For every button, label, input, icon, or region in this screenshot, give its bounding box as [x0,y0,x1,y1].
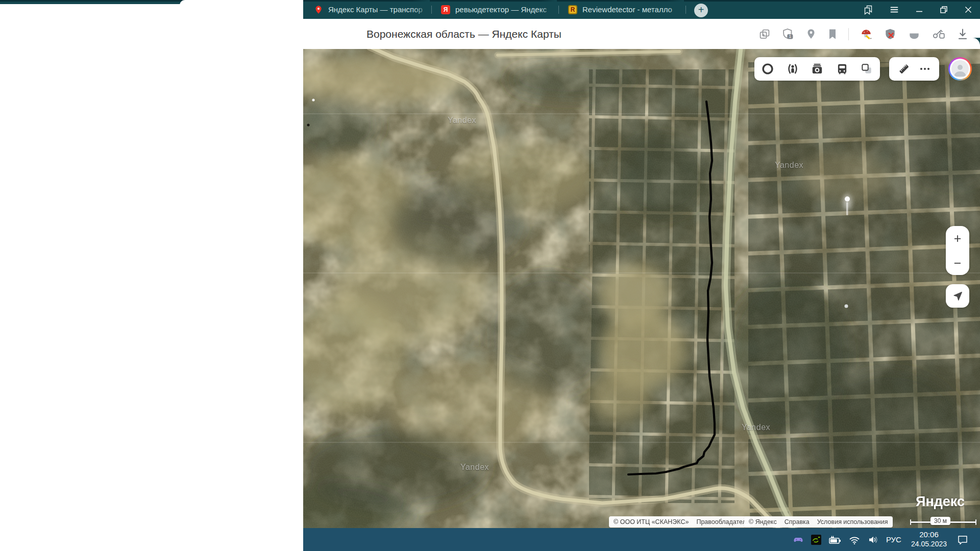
foreground-white-window-top[interactable] [180,0,303,551]
rights-holders-link[interactable]: Правообладатели [696,518,750,525]
minimize-button[interactable] [915,5,924,14]
yandex-copyright-text: © Яндекс [749,518,777,525]
extension-halfshield-icon[interactable] [908,28,921,41]
zoom-in-button[interactable]: + [946,226,969,251]
transport-bus-icon[interactable] [836,62,849,76]
map-canvas[interactable]: Yandex Yandex Yandex Yandex + − [303,49,980,528]
tab-separator [431,6,432,14]
new-tab-button[interactable]: + [694,4,708,17]
extension-shield-block-icon[interactable] [884,28,897,41]
yandex-logo[interactable]: Яндекс [916,494,965,510]
terms-link[interactable]: Условия использования [817,518,888,525]
panorama-layer-icon[interactable] [761,62,774,76]
page-title[interactable]: Воронежская область — Яндекс Карты [366,19,561,49]
address-bar-icons: 1 [758,19,969,49]
scale-value: 30 м [930,517,950,525]
yandex-watermark: Yandex [448,116,476,125]
extension-mushroom-icon[interactable] [860,28,873,41]
my-maps-layers-icon[interactable] [860,62,873,76]
bookmark-icon[interactable] [827,28,838,40]
tab-title: ревьюдетектор — Яндекс [455,5,547,14]
gamepad-tray-icon[interactable] [793,534,804,545]
reviewdetector-favicon: R [568,5,577,14]
tiny-black-dot [307,123,309,126]
tab-title: Яндекс Карты — транспор [328,5,423,14]
zoom-out-button[interactable]: − [946,251,969,275]
blocked-count-badge: 1 [789,34,791,39]
avatar-silhouette [951,60,969,78]
restore-button[interactable] [939,5,948,14]
scanex-copyright: © ООО ИТЦ «СКАНЭКС» [614,518,689,525]
tab-title-fade [667,0,684,19]
map-pin-favicon [314,5,323,14]
yandex-copyright: © Яндекс Справка Условия использования [744,516,893,528]
more-options-icon[interactable] [918,62,932,76]
imagery-copyright: © ООО ИТЦ «СКАНЭКС» Правообладатели [609,516,754,528]
scale-tick [975,519,976,525]
wifi-tray-icon[interactable] [848,534,861,545]
scale-tick [910,519,911,525]
light-streak [846,202,848,215]
tab-reviewdetector-forum[interactable]: R Reviewdetector - металло [560,0,684,19]
tab-yandex-maps[interactable]: Яндекс Карты — транспор [306,0,430,19]
yandex-watermark: Yandex [460,463,489,472]
language-indicator[interactable]: РУС [886,535,901,544]
small-light [845,305,848,308]
yandex-watermark: Yandex [775,161,803,170]
notifications-icon[interactable] [957,534,969,545]
location-arrow-icon [952,290,963,302]
tab-reviewdetector-search[interactable]: Я ревьюдетектор — Яндекс [433,0,557,19]
tab-separator [685,6,686,14]
tab-separator [558,6,559,14]
satellite-terrain [303,49,980,528]
password-manager-icon[interactable] [932,28,946,41]
map-tools [889,57,939,81]
yandex-favicon: Я [441,5,450,14]
protect-shield-icon[interactable]: 1 [781,28,795,41]
battery-tray-icon[interactable] [828,534,842,545]
toolbar-divider [848,28,849,40]
street-panorama-icon[interactable] [786,62,799,76]
map-scale: 30 м [910,515,976,528]
location-pin-icon[interactable] [805,28,817,40]
taskbar-clock[interactable]: 20:06 24.05.2023 [908,530,950,548]
tab-title: Reviewdetector - металло [582,5,672,14]
yandex-watermark: Yandex [742,423,770,432]
map-toolbar [754,57,880,81]
ruler-icon[interactable] [897,62,911,76]
download-icon[interactable] [957,28,969,41]
profile-avatar[interactable] [948,57,972,81]
add-to-collections-icon[interactable] [758,28,771,40]
screen: Яндекс Карты — транспор Я ревьюдетектор … [0,0,980,551]
close-button[interactable] [964,5,973,14]
help-link[interactable]: Справка [785,518,810,525]
clock-time: 20:06 [911,530,947,540]
my-location-button[interactable] [946,284,969,308]
window-controls [863,0,973,19]
clock-date: 24.05.2023 [911,540,947,549]
nvidia-tray-icon[interactable] [811,534,822,545]
photos-camera-icon[interactable] [811,62,824,76]
zoom-control: + − [946,226,969,275]
volume-tray-icon[interactable] [867,534,879,545]
system-tray: РУС 20:06 24.05.2023 [793,528,969,551]
window-corner [972,38,980,46]
tab-title-fade [412,0,430,19]
bright-light [845,196,850,202]
tiny-white-dot [312,98,314,101]
tab-title-fade [540,0,557,19]
menu-icon[interactable] [889,5,899,15]
tab-panels-icon[interactable] [863,4,874,15]
